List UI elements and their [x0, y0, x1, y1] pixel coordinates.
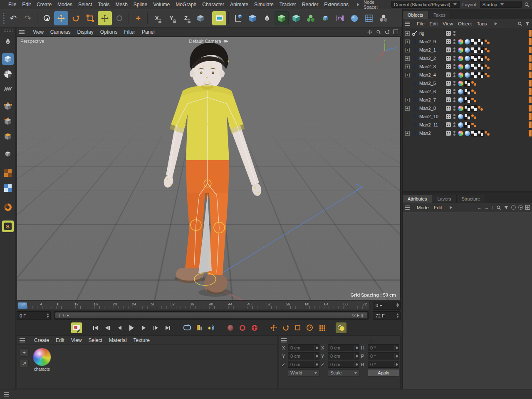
axis-lock-y-button[interactable]: Y	[164, 11, 178, 25]
layout-select[interactable]: Startup	[480, 1, 522, 8]
visibility-dots[interactable]	[453, 122, 456, 127]
object-name[interactable]: rig	[419, 31, 446, 36]
tree-row[interactable]: Man2	[403, 129, 532, 137]
edit-toggle[interactable]	[446, 31, 451, 36]
history-back-icon[interactable]: ←	[477, 205, 482, 210]
fields-button[interactable]	[362, 11, 376, 25]
material-menu-item-view[interactable]: View	[68, 337, 85, 343]
visibility-dots[interactable]	[453, 47, 456, 52]
material-tag-icon[interactable]	[458, 56, 463, 61]
layer-color-bar[interactable]	[529, 72, 532, 78]
material-menu-item-create[interactable]: Create	[31, 337, 52, 343]
tab-structure[interactable]: Structure	[457, 195, 486, 203]
viewport-menu-item-view[interactable]: View	[30, 29, 47, 35]
material-menu-item-texture[interactable]: Texture	[130, 337, 153, 343]
edit-toggle[interactable]	[446, 89, 451, 94]
viewport-canvas[interactable]: Perspective Default Camera Grid Spacing …	[17, 37, 401, 300]
checker-tag-icon[interactable]	[465, 89, 470, 94]
object-name[interactable]: Man2_9	[419, 39, 446, 44]
rot-h-field[interactable]: 0 °	[368, 344, 399, 351]
visibility-dots[interactable]	[453, 64, 456, 69]
workplane-tool-button[interactable]	[231, 11, 245, 25]
visibility-dots[interactable]	[453, 106, 456, 111]
object-name[interactable]: Man2_6	[419, 89, 446, 94]
menubar-item-select[interactable]: Select	[75, 2, 95, 7]
menubar-item-tracker[interactable]: Tracker	[277, 2, 299, 7]
parent-up-icon[interactable]: ↑	[491, 205, 494, 210]
attributes-content[interactable]	[403, 212, 532, 389]
preview-range-bar[interactable]: 0 F 72 F	[55, 312, 367, 318]
range-end-spinner[interactable]	[395, 312, 400, 319]
menubar-item-character[interactable]: Character	[199, 2, 227, 7]
search-icon[interactable]	[496, 205, 501, 210]
viewport-menu-item-filter[interactable]: Filter	[121, 29, 139, 35]
hamburger-icon[interactable]	[19, 30, 25, 34]
dots-tag-icon[interactable]	[471, 97, 477, 103]
dots-tag-icon[interactable]	[471, 114, 477, 119]
menubar-item-file[interactable]: File	[5, 2, 19, 7]
next-key-button[interactable]	[151, 322, 161, 333]
hamburger-icon[interactable]	[405, 206, 410, 210]
axis-lock-z-button[interactable]: Z	[179, 11, 193, 25]
expand-icon[interactable]	[405, 40, 410, 44]
dots-tag-icon[interactable]	[471, 89, 477, 94]
tree-row[interactable]: Man2_7	[403, 96, 532, 104]
visibility-dots[interactable]	[453, 114, 456, 119]
checker-tag-icon[interactable]	[471, 56, 477, 61]
menubar-item-modes[interactable]: Modes	[54, 2, 75, 7]
live-selection-button[interactable]	[40, 11, 54, 25]
edges-mode-button[interactable]	[2, 116, 14, 127]
material-name[interactable]: characte	[34, 367, 50, 372]
axis-gizmo[interactable]: Y Z X	[374, 39, 398, 62]
rot-b-field[interactable]: 0 °	[368, 361, 399, 368]
viewport-menu-item-panel[interactable]: Panel	[139, 29, 158, 35]
undo-button[interactable]: ↶	[6, 11, 20, 25]
viewport-menu-item-display[interactable]: Display	[74, 29, 97, 35]
menubar-item-edit[interactable]: Edit	[19, 2, 34, 7]
edit-toggle[interactable]	[446, 122, 451, 127]
space-select[interactable]: World	[288, 369, 319, 377]
object-name[interactable]: Man2_1	[419, 47, 446, 52]
object-name[interactable]: Man2_5	[419, 81, 446, 86]
material-tag-icon[interactable]	[458, 64, 463, 69]
visibility-dots[interactable]	[453, 56, 456, 61]
keyframe-rotation-toggle[interactable]	[280, 322, 291, 333]
menu-overflow-icon[interactable]	[450, 206, 454, 209]
spline-pen-button[interactable]	[260, 11, 274, 25]
scale-y-field[interactable]: 0 cm	[328, 352, 359, 359]
next-frame-button[interactable]	[139, 322, 149, 333]
preview-range-button[interactable]	[182, 322, 193, 333]
pos-y-field[interactable]: 0 cm	[288, 352, 319, 359]
layer-color-bar[interactable]	[529, 30, 532, 37]
add-panel-icon[interactable]	[525, 205, 530, 210]
menubar-item-tools[interactable]: Tools	[95, 2, 112, 7]
uv-mode-button[interactable]	[2, 167, 14, 179]
material-tag-icon[interactable]	[458, 81, 463, 86]
menubar-item-extensions[interactable]: Extensions	[321, 2, 351, 7]
attributes-menu-item-edit[interactable]: Edit	[431, 205, 445, 210]
material-tag-icon[interactable]	[458, 106, 463, 111]
scale-x-field[interactable]: 0 cm	[328, 344, 359, 351]
tree-row[interactable]: Man2_6	[403, 87, 532, 96]
checker-tag-icon[interactable]	[471, 39, 477, 45]
keyframe-selection-button[interactable]	[336, 322, 346, 333]
rot-p-field[interactable]: 0 °	[368, 352, 399, 359]
last-tool-button[interactable]	[98, 11, 112, 25]
edit-toggle[interactable]	[446, 106, 451, 111]
sphere-tag-icon[interactable]	[465, 39, 470, 45]
polygons-mode-button[interactable]	[2, 131, 14, 142]
render-view-button[interactable]	[212, 11, 226, 25]
visibility-dots[interactable]	[453, 89, 456, 94]
sphere-tag-icon[interactable]	[458, 114, 463, 119]
checker-tag-icon[interactable]	[465, 81, 470, 86]
filter-icon[interactable]	[504, 205, 509, 210]
pos-x-field[interactable]: 0 cm	[288, 344, 319, 351]
expand-icon[interactable]	[405, 98, 410, 102]
layer-color-bar[interactable]	[529, 105, 532, 112]
checker-tag-icon[interactable]	[465, 122, 470, 128]
tree-row[interactable]: Man2_2	[403, 54, 532, 62]
lock-icon[interactable]	[511, 205, 516, 210]
expand-icon[interactable]	[405, 48, 410, 52]
range-start-spinner[interactable]	[45, 312, 50, 319]
generator-button[interactable]	[289, 11, 303, 25]
